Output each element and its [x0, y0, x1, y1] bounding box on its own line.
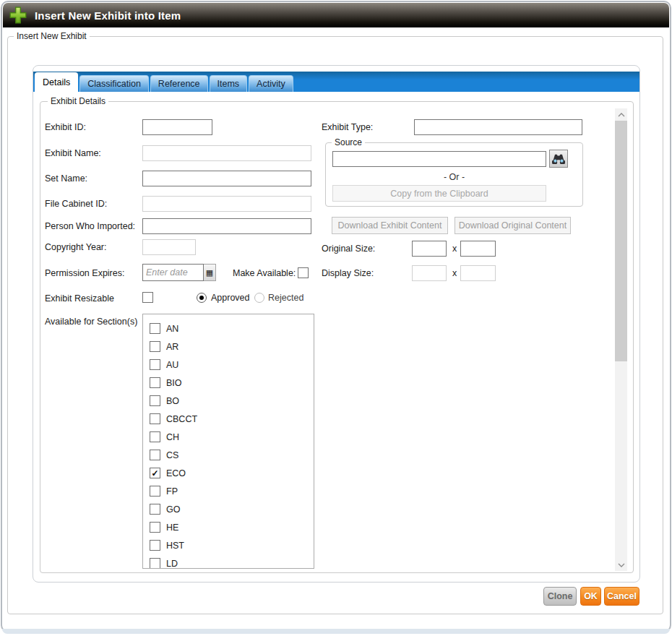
- download-exhibit-content-button[interactable]: Download Exhibit Content: [332, 217, 448, 234]
- tab-details[interactable]: Details: [35, 72, 78, 92]
- section-option-ld[interactable]: LD: [143, 554, 314, 569]
- original-size-label: Original Size:: [322, 241, 375, 257]
- chevron-down-icon: [618, 563, 625, 567]
- tab-items[interactable]: Items: [210, 75, 248, 92]
- source-legend: Source: [332, 137, 365, 147]
- exhibit-id-label: Exhibit ID:: [45, 119, 86, 135]
- scroll-up-button[interactable]: [615, 108, 627, 121]
- section-checkbox[interactable]: [150, 413, 160, 424]
- section-checkbox[interactable]: [150, 450, 160, 460]
- available-for-sections-label: Available for Section(s): [45, 314, 137, 330]
- display-size-separator: x: [452, 265, 457, 281]
- section-checkbox[interactable]: [150, 323, 160, 334]
- section-option-label: FP: [166, 486, 178, 497]
- section-option-bo[interactable]: BO: [143, 392, 314, 410]
- section-option-an[interactable]: AN: [143, 319, 314, 338]
- section-option-label: HST: [166, 541, 184, 551]
- person-who-imported-input[interactable]: [142, 218, 311, 234]
- approved-label: Approved: [211, 290, 250, 306]
- section-checkbox[interactable]: [150, 504, 160, 515]
- cancel-button[interactable]: Cancel: [604, 587, 639, 606]
- source-browse-button[interactable]: [549, 150, 568, 168]
- section-option-cs[interactable]: CS: [143, 446, 314, 464]
- copy-from-clipboard-button[interactable]: Copy from the Clipboard: [332, 185, 546, 202]
- exhibit-resizable-label: Exhibit Resizable: [45, 291, 114, 306]
- exhibit-type-input[interactable]: [414, 119, 582, 135]
- section-option-label: CBCCT: [166, 414, 197, 424]
- exhibit-resizable-checkbox[interactable]: [142, 292, 153, 303]
- section-checkbox[interactable]: [150, 359, 160, 370]
- approved-radio[interactable]: [197, 293, 207, 303]
- section-option-hst[interactable]: HST: [143, 536, 314, 554]
- permission-expires-input[interactable]: [142, 264, 204, 281]
- section-option-label: BO: [166, 396, 179, 406]
- tab-classification[interactable]: Classification: [79, 75, 149, 92]
- section-option-cbcct[interactable]: CBCCT: [143, 410, 314, 428]
- section-checkbox[interactable]: [150, 558, 160, 569]
- scroll-down-button[interactable]: [615, 559, 627, 571]
- sections-listbox[interactable]: ANARAUBIOBOCBCCTCHCSECOFPGOHEHSTLD: [142, 314, 314, 569]
- copyright-year-input[interactable]: [142, 239, 196, 255]
- section-option-eco[interactable]: ECO: [143, 464, 314, 482]
- rejected-radio[interactable]: [254, 293, 264, 303]
- file-cabinet-id-input[interactable]: [142, 196, 311, 212]
- original-height-input[interactable]: [460, 241, 496, 257]
- set-name-label: Set Name:: [45, 171, 87, 186]
- chevron-up-icon: [618, 113, 625, 117]
- window-title: Insert New Exhibit into Item: [35, 9, 181, 22]
- section-option-fp[interactable]: FP: [143, 482, 314, 500]
- vertical-scrollbar[interactable]: [615, 108, 627, 571]
- binoculars-icon: [552, 153, 565, 164]
- section-checkbox[interactable]: [150, 431, 160, 442]
- section-option-label: ECO: [166, 468, 186, 478]
- window-bottom-strip: [2, 629, 670, 634]
- calendar-icon: ▦: [206, 268, 213, 278]
- section-checkbox[interactable]: [150, 377, 160, 388]
- original-size-separator: x: [452, 241, 457, 257]
- section-option-ar[interactable]: AR: [143, 338, 314, 356]
- ok-button[interactable]: OK: [580, 587, 601, 606]
- titlebar: Insert New Exhibit into Item: [3, 3, 669, 27]
- exhibit-id-input[interactable]: [142, 119, 212, 135]
- exhibit-details-legend: Exhibit Details: [48, 96, 108, 106]
- exhibit-name-input[interactable]: [142, 145, 311, 161]
- display-height-input[interactable]: [460, 265, 496, 281]
- set-name-input[interactable]: [142, 171, 311, 186]
- section-option-label: HE: [166, 523, 178, 533]
- section-option-ch[interactable]: CH: [143, 428, 314, 446]
- section-option-label: GO: [166, 504, 180, 515]
- copyright-year-label: Copyright Year:: [45, 239, 106, 255]
- source-input[interactable]: [332, 151, 546, 167]
- make-available-checkbox[interactable]: [298, 267, 309, 278]
- section-checkbox[interactable]: [150, 395, 160, 406]
- section-option-label: CH: [166, 432, 179, 442]
- section-checkbox[interactable]: [150, 468, 160, 478]
- permission-expires-label: Permission Expires:: [45, 265, 124, 282]
- scrollbar-thumb[interactable]: [615, 121, 627, 361]
- display-width-input[interactable]: [412, 265, 447, 281]
- section-checkbox[interactable]: [150, 486, 160, 497]
- section-option-go[interactable]: GO: [143, 500, 314, 518]
- insert-new-exhibit-legend: Insert New Exhibit: [14, 31, 90, 41]
- section-option-label: AN: [166, 324, 178, 334]
- exhibit-name-label: Exhibit Name:: [45, 145, 101, 161]
- tab-activity[interactable]: Activity: [249, 75, 293, 92]
- tab-reference[interactable]: Reference: [150, 75, 208, 92]
- section-option-he[interactable]: HE: [143, 518, 314, 536]
- section-checkbox[interactable]: [150, 341, 160, 352]
- section-checkbox[interactable]: [150, 522, 160, 533]
- section-option-label: CS: [166, 450, 178, 460]
- tab-strip: DetailsClassificationReferenceItemsActiv…: [33, 72, 639, 92]
- section-option-label: LD: [166, 559, 178, 569]
- section-option-bio[interactable]: BIO: [143, 374, 314, 392]
- section-option-au[interactable]: AU: [143, 356, 314, 374]
- calendar-button[interactable]: ▦: [204, 264, 216, 281]
- original-width-input[interactable]: [412, 241, 447, 257]
- section-checkbox[interactable]: [150, 540, 160, 551]
- add-exhibit-icon: [9, 6, 27, 25]
- display-size-label: Display Size:: [322, 265, 374, 281]
- section-option-label: AU: [166, 360, 178, 370]
- or-divider: - Or -: [325, 172, 583, 182]
- clone-button[interactable]: Clone: [543, 587, 577, 606]
- download-original-content-button[interactable]: Download Original Content: [455, 217, 571, 234]
